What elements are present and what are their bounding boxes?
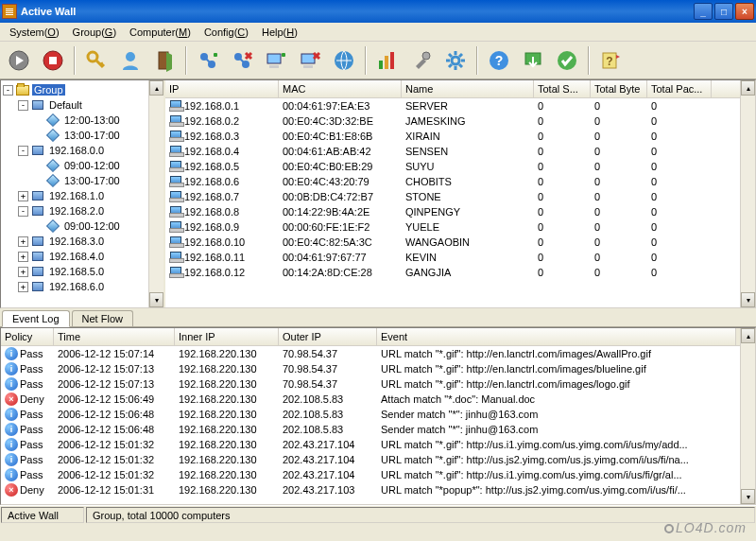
scroll-down-button[interactable]: ▾ [741, 292, 755, 307]
toolbar-tools-button[interactable] [406, 45, 437, 76]
tree-label[interactable]: 192.168.0.0 [47, 145, 106, 156]
expand-icon[interactable]: + [18, 252, 28, 262]
tree-label[interactable]: 13:00-17:00 [62, 175, 122, 186]
table-row[interactable]: iPass2006-12-12 15:07:13192.168.220.1307… [1, 376, 740, 392]
close-button[interactable]: × [735, 3, 754, 20]
tree-node[interactable]: -Default [3, 97, 162, 113]
tree-label[interactable]: 192.168.2.0 [47, 205, 106, 217]
tree-label[interactable]: 13:00-17:00 [62, 130, 122, 141]
tree-label[interactable]: 09:00-12:00 [62, 160, 122, 171]
tree-label[interactable]: 192.168.5.0 [47, 266, 106, 277]
scrollbar[interactable]: ▴ ▾ [740, 80, 755, 307]
toolbar-net-del-button[interactable] [227, 45, 257, 76]
toolbar-comp-add-button[interactable] [261, 45, 291, 76]
tree-label[interactable]: Group [32, 84, 65, 96]
tree-node[interactable]: +192.168.5.0 [3, 264, 162, 279]
table-row[interactable]: iPass2006-12-12 15:06:48192.168.220.1302… [1, 422, 740, 437]
toolbar-question-button[interactable]: ? [595, 45, 626, 76]
toolbar-world-button[interactable] [329, 45, 359, 76]
scroll-down-button[interactable]: ▾ [149, 292, 163, 307]
expand-icon[interactable]: - [18, 206, 28, 217]
tree-label[interactable]: Default [47, 99, 84, 111]
table-row[interactable]: 192.168.0.500:E0:4C:B0:EB:29SUYU000 [165, 159, 740, 174]
tree-label[interactable]: 09:00-12:00 [62, 220, 122, 232]
toolbar-key-button[interactable] [81, 45, 112, 76]
column-header[interactable]: IP [165, 80, 279, 97]
column-header[interactable]: Inner IP [175, 328, 279, 345]
column-header[interactable]: Total Pac... [647, 80, 712, 97]
table-row[interactable]: 192.168.0.100:04:61:97:EA:E3SERVER000 [165, 98, 740, 113]
toolbar-stop-button[interactable] [38, 45, 68, 76]
table-row[interactable]: 192.168.0.400:04:61:AB:AB:42SENSEN000 [165, 144, 740, 159]
table-row[interactable]: iPass2006-12-12 15:07:13192.168.220.1307… [1, 361, 740, 376]
menu-computer[interactable]: Computer(M) [124, 25, 197, 40]
maximize-button[interactable]: □ [714, 3, 733, 20]
tree-node[interactable]: +192.168.1.0 [3, 188, 162, 203]
column-header[interactable]: Event [377, 328, 736, 345]
table-row[interactable]: iPass2006-12-12 15:01:32192.168.220.1302… [1, 467, 740, 482]
tree-node[interactable]: -192.168.2.0 [3, 203, 162, 218]
toolbar-download-button[interactable] [518, 45, 548, 76]
expand-icon[interactable]: - [3, 85, 13, 96]
tree-node[interactable]: 09:00-12:00 [3, 158, 162, 173]
table-row[interactable]: 192.168.0.200:E0:4C:3D:32:BEJAMESKING000 [165, 113, 740, 129]
tree-node[interactable]: 13:00-17:00 [3, 173, 162, 188]
expand-icon[interactable]: + [18, 282, 28, 292]
toolbar-chart-button[interactable] [372, 45, 403, 76]
tree-label[interactable]: 192.168.4.0 [47, 251, 106, 262]
tree-node[interactable]: 09:00-12:00 [3, 218, 162, 234]
expand-icon[interactable]: - [18, 146, 28, 156]
expand-icon[interactable]: - [18, 100, 28, 111]
column-header[interactable]: Total Byte [591, 80, 647, 97]
column-header[interactable]: Outer IP [279, 328, 377, 345]
table-row[interactable]: ×Deny2006-12-12 15:06:49192.168.220.1302… [1, 392, 740, 407]
toolbar-door-button[interactable] [149, 45, 180, 76]
scroll-up-button[interactable]: ▴ [149, 80, 163, 96]
table-row[interactable]: 192.168.0.300:E0:4C:B1:E8:6BXIRAIN000 [165, 129, 740, 144]
scroll-track[interactable] [741, 96, 755, 292]
expand-icon[interactable]: + [18, 267, 28, 277]
tree-node[interactable]: -192.168.0.0 [3, 143, 162, 158]
computer-list-body[interactable]: 192.168.0.100:04:61:97:EA:E3SERVER000192… [165, 98, 755, 307]
group-tree[interactable]: - Group -Default12:00-13:0013:00-17:00-1… [1, 80, 165, 307]
table-row[interactable]: 192.168.0.1200:14:2A:8D:CE:28GANGJIA000 [165, 265, 740, 280]
toolbar-check-button[interactable] [552, 45, 582, 76]
tree-label[interactable]: 12:00-13:00 [62, 114, 122, 126]
table-row[interactable]: 192.168.0.600:E0:4C:43:20:79CHOBITS000 [165, 174, 740, 189]
toolbar-gear-button[interactable] [440, 45, 471, 76]
column-header[interactable]: Policy [1, 328, 54, 345]
menu-system[interactable]: System(O) [4, 25, 65, 40]
toolbar-user-button[interactable] [115, 45, 146, 76]
expand-icon[interactable]: + [18, 191, 28, 201]
toolbar-help-button[interactable]: ? [484, 45, 514, 76]
scroll-up-button[interactable]: ▴ [741, 328, 755, 343]
table-row[interactable]: iPass2006-12-12 15:06:48192.168.220.1302… [1, 407, 740, 422]
tree-node[interactable]: 13:00-17:00 [3, 128, 162, 143]
table-row[interactable]: ×Deny2006-12-12 15:01:31192.168.220.1302… [1, 482, 740, 497]
toolbar-comp-del-button[interactable] [295, 45, 325, 76]
scrollbar[interactable]: ▴ ▾ [148, 80, 163, 307]
tree-label[interactable]: 192.168.3.0 [47, 236, 106, 247]
tree-root[interactable]: - Group [3, 82, 162, 97]
menu-group[interactable]: Group(G) [67, 25, 122, 40]
tree-node[interactable]: +192.168.3.0 [3, 234, 162, 249]
tree-label[interactable]: 192.168.1.0 [47, 190, 106, 201]
scroll-down-button[interactable]: ▾ [741, 489, 755, 504]
table-row[interactable]: 192.168.0.900:00:60:FE:1E:F2YUELE000 [165, 219, 740, 235]
table-row[interactable]: 192.168.0.1000:E0:4C:82:5A:3CWANGAOBIN00… [165, 235, 740, 250]
column-header[interactable]: MAC [279, 80, 402, 97]
toolbar-net-add-button[interactable] [193, 45, 223, 76]
scroll-track[interactable] [149, 96, 163, 292]
tab-net-flow[interactable]: Net Flow [72, 310, 133, 326]
tree-node[interactable]: 12:00-13:00 [3, 113, 162, 128]
event-log-body[interactable]: iPass2006-12-12 15:07:14192.168.220.1307… [1, 346, 755, 504]
tree-node[interactable]: +192.168.6.0 [3, 279, 162, 294]
table-row[interactable]: iPass2006-12-12 15:01:32192.168.220.1302… [1, 437, 740, 452]
column-header[interactable]: Total S... [534, 80, 591, 97]
scroll-track[interactable] [741, 343, 755, 489]
toolbar-play-button[interactable] [4, 45, 34, 76]
minimize-button[interactable]: _ [694, 3, 713, 20]
table-row[interactable]: 192.168.0.800:14:22:9B:4A:2EQINPENGY000 [165, 204, 740, 219]
column-header[interactable]: Time [54, 328, 175, 345]
menu-help[interactable]: Help(H) [256, 25, 303, 40]
